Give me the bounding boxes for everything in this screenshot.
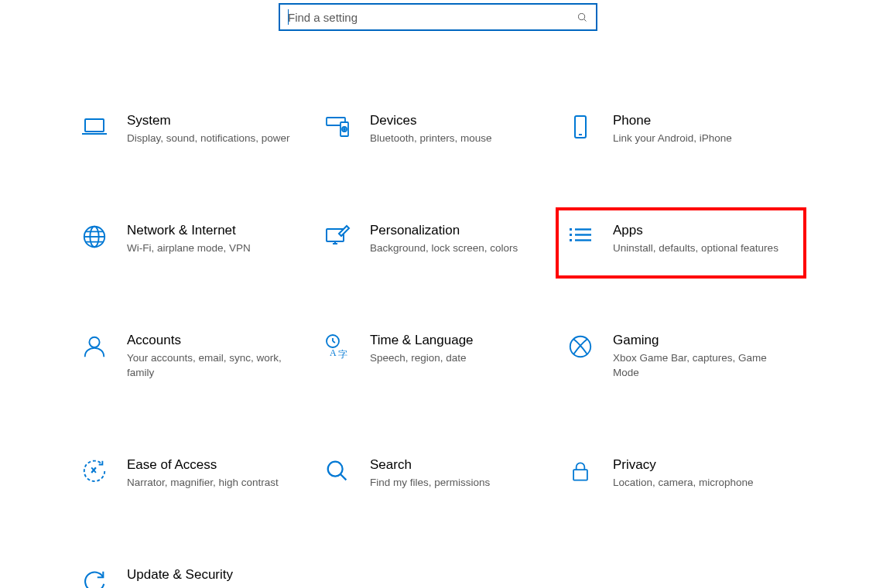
tile-title: Network & Internet <box>127 223 302 238</box>
search-input[interactable] <box>288 11 577 24</box>
tile-title: Apps <box>613 223 788 238</box>
svg-rect-2 <box>85 119 104 132</box>
svg-rect-20 <box>570 239 572 241</box>
tile-title: Privacy <box>613 457 788 473</box>
tile-system[interactable]: System Display, sound, notifications, po… <box>77 108 313 150</box>
svg-rect-33 <box>573 470 587 480</box>
tile-time-language[interactable]: A 字 Time & Language Speech, region, date <box>320 328 556 384</box>
tile-desc: Your accounts, email, sync, work, family <box>127 351 302 379</box>
tile-accounts[interactable]: Accounts Your accounts, email, sync, wor… <box>77 328 313 384</box>
tile-desc: Uninstall, defaults, optional features <box>613 241 788 255</box>
person-icon <box>80 333 108 361</box>
tile-desc: Narrator, magnifier, high contrast <box>127 476 302 490</box>
svg-line-27 <box>333 341 335 343</box>
phone-icon <box>566 113 594 141</box>
tile-title: Personalization <box>370 223 545 238</box>
svg-text:字: 字 <box>338 349 347 360</box>
svg-text:A: A <box>330 347 337 358</box>
search-box[interactable] <box>279 3 597 31</box>
svg-point-9 <box>344 128 345 130</box>
tile-desc: Bluetooth, printers, mouse <box>370 132 545 145</box>
tile-apps[interactable]: Apps Uninstall, defaults, optional featu… <box>556 207 806 279</box>
svg-rect-19 <box>570 234 572 236</box>
lock-icon <box>566 457 594 485</box>
personalization-icon <box>323 223 351 251</box>
tile-desc: Display, sound, notifications, power <box>127 132 302 145</box>
ease-of-access-icon <box>80 457 108 485</box>
tile-desc: Wi-Fi, airplane mode, VPN <box>127 241 302 255</box>
settings-grid: System Display, sound, notifications, po… <box>0 108 876 588</box>
apps-list-icon <box>566 223 594 251</box>
tile-desc: Link your Android, iPhone <box>613 132 788 145</box>
tile-phone[interactable]: Phone Link your Android, iPhone <box>563 108 799 150</box>
tile-title: Gaming <box>613 333 788 348</box>
svg-rect-18 <box>570 228 572 231</box>
tile-desc: Speech, region, date <box>370 351 545 365</box>
tile-title: Search <box>370 457 545 473</box>
tile-desc: Find my files, permissions <box>370 476 545 490</box>
tile-title: Ease of Access <box>127 457 302 473</box>
svg-line-1 <box>584 19 587 21</box>
tile-title: Phone <box>613 113 788 128</box>
tile-ease-of-access[interactable]: Ease of Access Narrator, magnifier, high… <box>77 453 313 494</box>
laptop-icon <box>80 113 108 141</box>
tile-desc: Xbox Game Bar, captures, Game Mode <box>613 351 788 379</box>
tile-gaming[interactable]: Gaming Xbox Game Bar, captures, Game Mod… <box>563 328 799 384</box>
text-caret <box>288 9 289 25</box>
tile-desc: Location, camera, microphone <box>613 476 788 490</box>
time-language-icon: A 字 <box>323 333 351 361</box>
update-icon <box>80 567 108 588</box>
tile-privacy[interactable]: Privacy Location, camera, microphone <box>563 453 799 494</box>
globe-icon <box>80 223 108 251</box>
tile-title: Update & Security <box>127 567 302 583</box>
tile-title: Devices <box>370 113 545 128</box>
search-icon <box>577 12 588 23</box>
tile-network[interactable]: Network & Internet Wi-Fi, airplane mode,… <box>77 218 313 260</box>
svg-point-0 <box>579 13 585 19</box>
tile-title: System <box>127 113 302 128</box>
svg-point-24 <box>89 337 99 347</box>
magnifier-icon <box>323 457 351 485</box>
svg-line-32 <box>340 474 347 480</box>
xbox-icon <box>566 333 594 361</box>
tile-personalization[interactable]: Personalization Background, lock screen,… <box>320 218 556 260</box>
tile-title: Accounts <box>127 333 302 348</box>
tile-search[interactable]: Search Find my files, permissions <box>320 453 556 494</box>
svg-point-31 <box>328 462 343 477</box>
tile-desc: Background, lock screen, colors <box>370 241 545 255</box>
tile-devices[interactable]: Devices Bluetooth, printers, mouse <box>320 108 556 150</box>
devices-icon <box>323 113 351 141</box>
tile-update-security[interactable]: Update & Security Windows Update, recove… <box>77 562 313 588</box>
tile-title: Time & Language <box>370 333 545 348</box>
